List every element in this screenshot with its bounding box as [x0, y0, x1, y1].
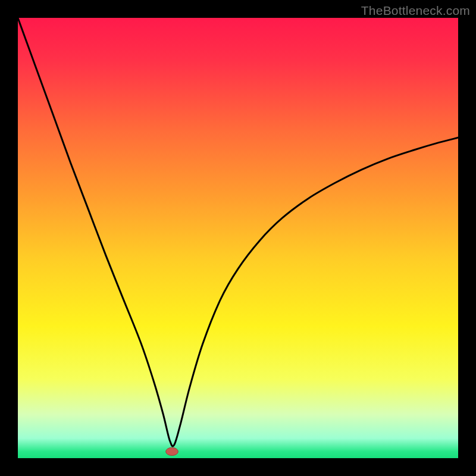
heat-gradient-rect [18, 18, 458, 458]
chart-frame [18, 18, 458, 458]
watermark-text: TheBottleneck.com [361, 4, 470, 18]
minimum-marker [166, 447, 178, 455]
bottleneck-chart [18, 18, 458, 458]
